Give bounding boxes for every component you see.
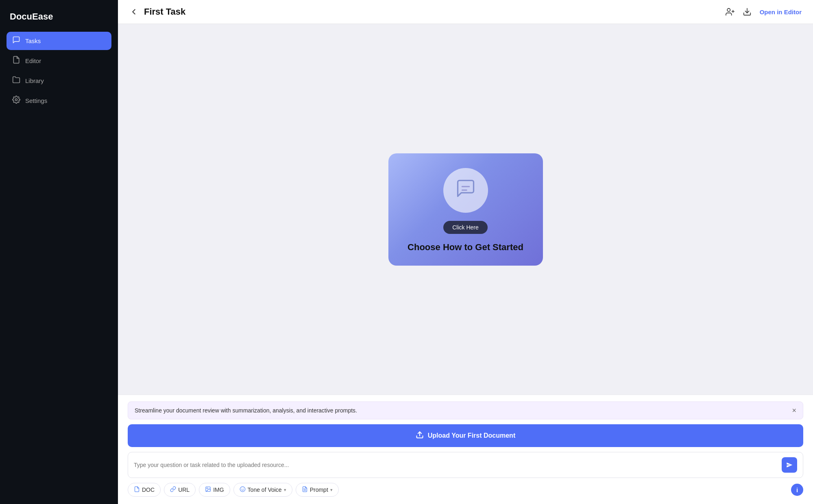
img-chip[interactable]: IMG xyxy=(199,483,230,497)
promo-icon-circle xyxy=(443,168,488,213)
header-left: First Task xyxy=(129,7,185,17)
click-here-button[interactable]: Click Here xyxy=(443,221,488,234)
url-chip[interactable]: URL xyxy=(164,483,196,497)
query-input[interactable] xyxy=(134,462,782,468)
back-button[interactable] xyxy=(129,7,138,16)
notification-bar: Streamline your document review with sum… xyxy=(128,401,803,419)
svg-point-1 xyxy=(727,9,730,11)
tasks-icon xyxy=(12,36,20,46)
url-chip-label: URL xyxy=(178,487,190,493)
sidebar-item-tasks[interactable]: Tasks xyxy=(7,32,111,50)
add-user-button[interactable] xyxy=(726,7,735,16)
sidebar-item-settings[interactable]: Settings xyxy=(7,92,111,110)
tone-chip-caret: ▾ xyxy=(284,487,286,493)
main-content: First Task Open in Editor xyxy=(118,0,813,504)
svg-point-0 xyxy=(15,99,17,101)
notification-text: Streamline your document review with sum… xyxy=(135,407,357,414)
url-chip-icon xyxy=(170,486,176,493)
sidebar-item-settings-label: Settings xyxy=(25,97,47,104)
svg-point-7 xyxy=(207,488,208,489)
page-title: First Task xyxy=(144,7,185,17)
download-button[interactable] xyxy=(743,7,752,16)
editor-icon xyxy=(12,56,20,66)
open-in-editor-button[interactable]: Open in Editor xyxy=(760,9,802,15)
header: First Task Open in Editor xyxy=(118,0,813,24)
sidebar: DocuEase Tasks Editor xyxy=(0,0,118,504)
content-area: Click Here Choose How to Get Started xyxy=(118,24,813,395)
info-button[interactable]: i xyxy=(791,484,803,496)
tone-chip-icon xyxy=(240,486,246,493)
doc-chip-label: DOC xyxy=(142,487,155,493)
sidebar-item-library-label: Library xyxy=(25,77,44,84)
send-button[interactable] xyxy=(782,457,797,473)
doc-chip-icon xyxy=(134,486,140,493)
library-icon xyxy=(12,76,20,86)
chat-icon xyxy=(455,178,476,203)
img-chip-label: IMG xyxy=(213,487,224,493)
sidebar-item-library[interactable]: Library xyxy=(7,72,111,90)
bottom-panel: Streamline your document review with sum… xyxy=(118,395,813,504)
sidebar-item-editor-label: Editor xyxy=(25,57,41,64)
svg-point-8 xyxy=(240,487,245,492)
prompt-chip-label: Prompt xyxy=(310,487,328,493)
settings-icon xyxy=(12,96,20,106)
doc-chip[interactable]: DOC xyxy=(128,483,161,497)
prompt-chip-caret: ▾ xyxy=(330,487,333,493)
sidebar-item-editor[interactable]: Editor xyxy=(7,52,111,70)
prompt-chip-icon xyxy=(302,486,308,493)
promo-card: Click Here Choose How to Get Started xyxy=(388,153,543,266)
sidebar-item-tasks-label: Tasks xyxy=(25,37,41,44)
notification-close-button[interactable]: × xyxy=(792,407,796,414)
header-right: Open in Editor xyxy=(726,7,802,16)
sidebar-nav: Tasks Editor Library xyxy=(7,32,111,110)
promo-card-title: Choose How to Get Started xyxy=(408,242,523,253)
prompt-chip[interactable]: Prompt ▾ xyxy=(296,483,339,497)
query-input-row xyxy=(128,452,803,478)
upload-button-label: Upload Your First Document xyxy=(428,432,515,439)
upload-icon xyxy=(416,431,424,441)
tone-chip-label: Tone of Voice xyxy=(248,487,282,493)
app-logo: DocuEase xyxy=(7,10,111,32)
img-chip-icon xyxy=(205,486,211,493)
tone-of-voice-chip[interactable]: Tone of Voice ▾ xyxy=(233,483,292,497)
toolbar-row: DOC URL I xyxy=(128,483,803,497)
upload-first-document-button[interactable]: Upload Your First Document xyxy=(128,424,803,447)
